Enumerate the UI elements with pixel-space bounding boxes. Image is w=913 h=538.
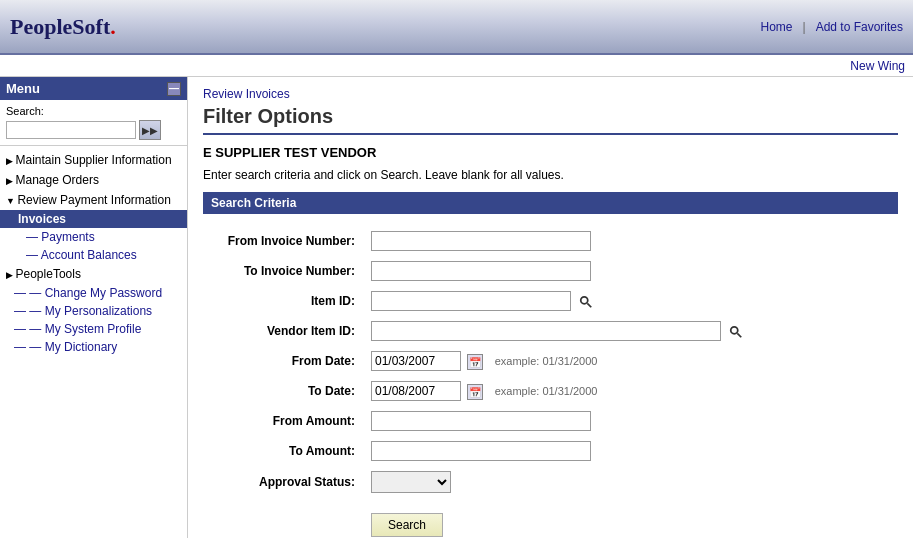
form-row-from-amount: From Amount:	[203, 406, 898, 436]
main-layout: Menu — Search: ▶▶ Maintain Supplier Info…	[0, 77, 913, 538]
instructions: Enter search criteria and click on Searc…	[203, 168, 898, 182]
logo-area: PeopleSoft.	[10, 14, 116, 40]
sidebar-item-payments[interactable]: Payments	[0, 228, 187, 246]
search-form: From Invoice Number: To Invoice Number: …	[203, 226, 898, 538]
form-row-from-date: From Date: 📅 example: 01/31/2000	[203, 346, 898, 376]
form-row-to-date: To Date: 📅 example: 01/31/2000	[203, 376, 898, 406]
sidebar-search-row: ▶▶	[6, 120, 181, 140]
sidebar-title: Menu	[6, 81, 40, 96]
from-date-input[interactable]	[371, 351, 461, 371]
to-invoice-input[interactable]	[371, 261, 591, 281]
header-divider: |	[803, 20, 806, 34]
from-amount-input[interactable]	[371, 411, 591, 431]
sidebar-search-input[interactable]	[6, 121, 136, 139]
top-bar: New Wing	[0, 55, 913, 77]
svg-line-1	[588, 303, 592, 307]
sidebar-item-change-password[interactable]: — Change My Password	[0, 284, 187, 302]
sidebar-item-my-system-profile[interactable]: — My System Profile	[0, 320, 187, 338]
sidebar-item-my-dictionary[interactable]: — My Dictionary	[0, 338, 187, 356]
sidebar-item-my-personalizations[interactable]: — My Personalizations	[0, 302, 187, 320]
item-id-label: Item ID:	[203, 286, 363, 316]
new-wing-link[interactable]: New Wing	[850, 59, 905, 73]
logo: PeopleSoft.	[10, 14, 116, 40]
to-date-input[interactable]	[371, 381, 461, 401]
from-invoice-input[interactable]	[371, 231, 591, 251]
from-date-calendar-icon[interactable]: 📅	[467, 354, 483, 370]
sidebar-search-label: Search:	[6, 105, 181, 117]
sidebar-item-peopletools[interactable]: PeopleTools	[0, 264, 187, 284]
form-row-approval-status: Approval Status: Approved Denied Pending	[203, 466, 898, 498]
from-date-label: From Date:	[203, 346, 363, 376]
breadcrumb: Review Invoices	[203, 87, 898, 101]
svg-point-2	[731, 327, 738, 334]
form-row-item-id: Item ID:	[203, 286, 898, 316]
form-row-vendor-item-id: Vendor Item ID:	[203, 316, 898, 346]
vendor-item-id-label: Vendor Item ID:	[203, 316, 363, 346]
search-criteria-header: Search Criteria	[203, 192, 898, 214]
svg-line-3	[738, 333, 742, 337]
sidebar: Menu — Search: ▶▶ Maintain Supplier Info…	[0, 77, 188, 538]
header-nav: Home | Add to Favorites	[760, 20, 903, 34]
home-link[interactable]: Home	[760, 20, 792, 34]
from-amount-label: From Amount:	[203, 406, 363, 436]
to-invoice-label: To Invoice Number:	[203, 256, 363, 286]
to-date-label: To Date:	[203, 376, 363, 406]
sidebar-header: Menu —	[0, 77, 187, 100]
sidebar-search-button[interactable]: ▶▶	[139, 120, 161, 140]
vendor-name: E SUPPLIER TEST VENDOR	[203, 145, 898, 160]
to-amount-label: To Amount:	[203, 436, 363, 466]
to-date-calendar-icon[interactable]: 📅	[467, 384, 483, 400]
from-invoice-label: From Invoice Number:	[203, 226, 363, 256]
svg-point-0	[581, 297, 588, 304]
sidebar-item-manage-orders[interactable]: Manage Orders	[0, 170, 187, 190]
search-button[interactable]: Search	[371, 513, 443, 537]
sidebar-item-maintain-supplier[interactable]: Maintain Supplier Information	[0, 150, 187, 170]
to-amount-input[interactable]	[371, 441, 591, 461]
sidebar-item-review-payment[interactable]: Review Payment Information	[0, 190, 187, 210]
form-row-to-amount: To Amount:	[203, 436, 898, 466]
from-date-example: example: 01/31/2000	[495, 355, 598, 367]
sidebar-minimize-button[interactable]: —	[167, 82, 181, 96]
main-content: Review Invoices Filter Options E SUPPLIE…	[188, 77, 913, 538]
header: PeopleSoft. Home | Add to Favorites	[0, 0, 913, 55]
item-id-search-icon[interactable]	[577, 293, 595, 311]
page-title: Filter Options	[203, 105, 898, 135]
form-row-to-invoice: To Invoice Number:	[203, 256, 898, 286]
form-row-from-invoice: From Invoice Number:	[203, 226, 898, 256]
approval-status-label: Approval Status:	[203, 466, 363, 498]
item-id-input[interactable]	[371, 291, 571, 311]
to-date-example: example: 01/31/2000	[495, 385, 598, 397]
add-to-favorites-link[interactable]: Add to Favorites	[816, 20, 903, 34]
approval-status-select[interactable]: Approved Denied Pending	[371, 471, 451, 493]
sidebar-search-area: Search: ▶▶	[0, 100, 187, 146]
vendor-item-id-search-icon[interactable]	[727, 323, 745, 341]
sidebar-item-invoices[interactable]: Invoices	[0, 210, 187, 228]
sidebar-item-account-balances[interactable]: Account Balances	[0, 246, 187, 264]
sidebar-nav: Maintain Supplier Information Manage Ord…	[0, 146, 187, 360]
form-row-search-button: Search	[203, 498, 898, 538]
vendor-item-id-input[interactable]	[371, 321, 721, 341]
